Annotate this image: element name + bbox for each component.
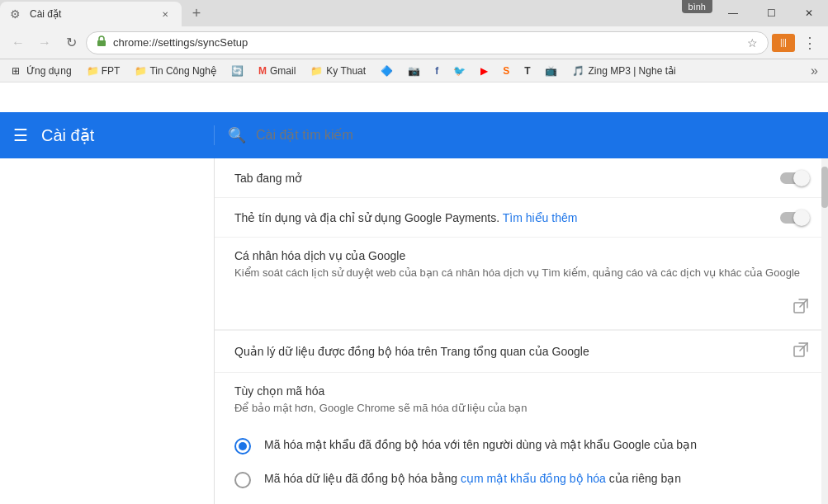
settings-sidebar [0,158,215,504]
s-icon: S [503,65,509,77]
bookmark-ky-thuat[interactable]: 📁 Ky Thuat [305,64,371,78]
folder-icon-3: 📁 [310,65,323,77]
tab-title: Cài đặt [30,8,154,20]
url-bar[interactable]: chrome://settings/syncSetup ☆ [86,31,769,54]
svg-rect-0 [97,40,106,46]
music-icon: 🎵 [572,65,584,77]
radio-section: Mã hóa mật khẩu đã đồng bộ hóa với tên n… [215,422,828,503]
radio-button-1[interactable] [234,438,251,455]
settings-top-bar: ☰ Cài đặt 🔍 [0,112,828,158]
refresh-button[interactable]: ↻ [59,31,83,54]
title-bar: bình ⚙ Cài đặt ✕ + — ☐ ✕ [0,0,828,26]
settings-search-input[interactable] [256,128,815,143]
url-text: chrome://settings/syncSetup [113,36,740,49]
bookmark-fpt[interactable]: 📁 FPT [82,64,125,78]
tab-close-button[interactable]: ✕ [159,7,172,21]
credit-card-text: Thẻ tín dụng và địa chỉ sử dụng Google P… [234,211,499,224]
new-tab-button[interactable]: + [185,2,208,25]
bookmark-t[interactable]: T [519,64,535,78]
radio-label-2: Mã hóa dữ liệu đã đồng bộ hóa bằng cụm m… [264,471,681,488]
bookmark-s[interactable]: S [498,64,514,78]
secure-icon [97,35,106,49]
back-button[interactable]: ← [7,31,30,54]
folder-icon-2: 📁 [135,65,146,77]
address-bar: ← → ↻ chrome://settings/syncSetup ☆ ||| … [0,26,828,59]
photo-icon: 📷 [408,65,420,77]
facebook-icon: f [435,65,438,77]
manage-data-label: Quản lý dữ liệu được đồng bộ hóa trên Tr… [234,345,589,358]
bookmark-refresh[interactable]: 🔄 [226,64,248,78]
bookmarks-more-button[interactable]: » [807,64,821,78]
google-personal-desc: Kiểm soát cách lịch sử duyệt web của bạn… [215,266,828,287]
tab-favicon-icon: ⚙ [10,7,23,21]
encryption-section: Tùy chọn mã hóa Để bảo mật hơn, Google C… [215,373,828,503]
hamburger-icon[interactable]: ☰ [13,125,28,145]
bookmarks-bar: ⊞ Ứng dụng 📁 FPT 📁 Tin Công Nghệ 🔄 M Gma… [0,59,828,82]
bookmark-facebook[interactable]: f [430,64,443,78]
credit-card-row: Thẻ tín dụng và địa chỉ sử dụng Google P… [215,198,828,238]
restore-button[interactable]: ☐ [752,0,790,26]
video-icon: ▶ [480,65,488,77]
radio2-end: của riêng bạn [606,472,681,485]
radio-button-2[interactable] [234,472,251,488]
bookmark-apps[interactable]: ⊞ Ứng dụng [7,64,77,78]
tab-strip: ⚙ Cài đặt ✕ + [0,0,677,26]
radio-label-1: Mã hóa mật khẩu đã đồng bộ hóa với tên n… [264,437,697,454]
binh-label: bình [682,0,712,13]
radio-option-2[interactable]: Mã hóa dữ liệu đã đồng bộ hóa bằng cụm m… [234,463,808,497]
bookmark-gmail[interactable]: M Gmail [253,64,300,78]
radio-option-1[interactable]: Mã hóa mật khẩu đã đồng bộ hóa với tên n… [234,429,808,463]
bookmark-fpt-label: FPT [102,65,121,77]
radio2-link[interactable]: cụm mật khẩu đồng bộ hóa [461,472,606,485]
bookmark-tv[interactable]: 📺 [540,64,562,78]
google-personal-section: Cá nhân hóa dịch vụ của Google Kiểm soát… [215,238,828,330]
settings-content-area[interactable]: Tab đang mở Thẻ tín dụng và địa chỉ sử d… [215,158,828,504]
bookmark-ky-label: Ky Thuat [326,65,366,77]
t-icon: T [524,65,530,77]
extension-button[interactable]: ||| [772,34,795,52]
bookmark-tin-cong-nghe[interactable]: 📁 Tin Công Nghệ [130,64,221,78]
google-personal-link-row[interactable] [215,287,828,330]
refresh-icon: 🔄 [231,65,244,77]
tab-open-toggle[interactable] [780,172,808,184]
gmail-icon: M [258,65,267,77]
google-personal-title: Cá nhân hóa dịch vụ của Google [215,238,828,266]
search-icon: 🔍 [228,126,246,144]
bookmark-gmail-label: Gmail [270,65,296,77]
radio2-start: Mã hóa dữ liệu đã đồng bộ hóa bằng [264,472,461,485]
bookmark-video[interactable]: ▶ [476,64,493,78]
bookmark-icon7[interactable]: 📷 [403,64,425,78]
tab-open-row: Tab đang mở [215,158,828,198]
manage-data-row[interactable]: Quản lý dữ liệu được đồng bộ hóa trên Tr… [215,331,828,373]
bookmark-icon6[interactable]: 🔷 [376,64,398,78]
window-controls: — ☐ ✕ [714,0,828,26]
bookmark-apps-label: Ứng dụng [26,65,72,77]
folder-icon: 📁 [87,65,98,77]
settings-tab[interactable]: ⚙ Cài đặt ✕ [0,2,182,26]
close-button[interactable]: ✕ [790,0,828,26]
external-link-icon-2 [793,342,808,360]
bookmark-zing[interactable]: 🎵 Zing MP3 | Nghe tải [567,64,680,78]
twitter-icon: 🐦 [453,65,466,77]
credit-card-label: Thẻ tín dụng và địa chỉ sử dụng Google P… [234,211,780,224]
encryption-desc: Để bảo mật hơn, Google Chrome sẽ mã hóa … [215,401,828,422]
bookmark-star-button[interactable]: ☆ [747,36,758,49]
diamond-icon: 🔷 [381,65,393,77]
apps-icon: ⊞ [12,65,23,77]
bookmark-tin-label: Tin Công Nghệ [149,65,216,77]
browser-content: ☰ Cài đặt 🔍 Tab đang mở Thẻ tín dụng và … [0,82,828,474]
external-link-icon-1 [793,299,808,318]
scrollbar-track [821,158,828,504]
chrome-menu-button[interactable]: ⋮ [798,31,821,54]
bookmark-twitter[interactable]: 🐦 [448,64,471,78]
credit-card-toggle[interactable] [780,212,808,224]
forward-button[interactable]: → [33,31,56,54]
encryption-title: Tùy chọn mã hóa [215,373,828,401]
credit-card-link[interactable]: Tìm hiểu thêm [503,211,578,224]
bookmark-zing-label: Zing MP3 | Nghe tải [588,65,675,77]
tv-icon: 📺 [545,65,557,77]
scrollbar-thumb[interactable] [821,167,828,208]
tab-open-label: Tab đang mở [234,172,780,185]
settings-title: Cài đặt [41,125,94,145]
minimize-button[interactable]: — [714,0,752,26]
